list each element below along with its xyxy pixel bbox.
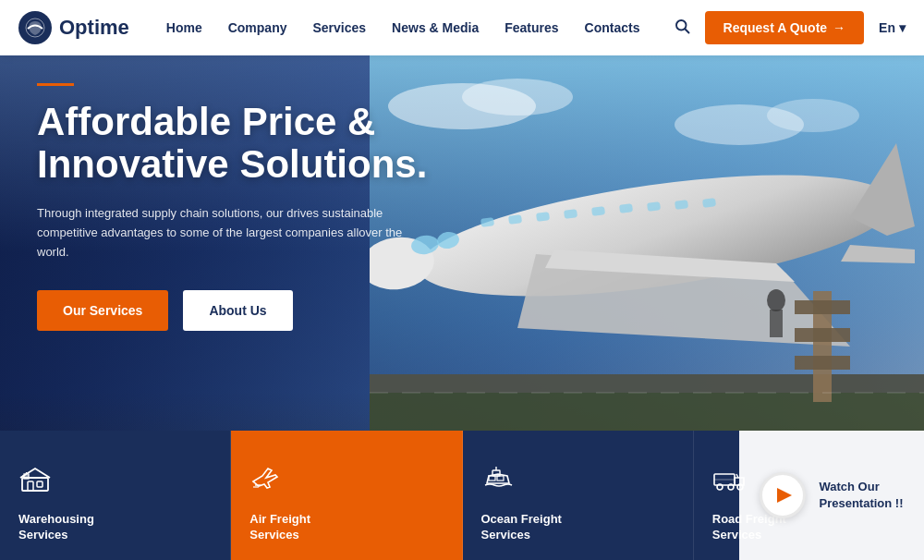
svg-rect-28 [795, 300, 850, 314]
watch-video-label: Watch OurPresentation !! [819, 479, 903, 512]
svg-rect-43 [489, 476, 495, 481]
hero-title: Affordable Price & Innovative Solutions. [37, 101, 462, 186]
svg-rect-29 [795, 328, 850, 342]
watch-video: Watch OurPresentation !! [739, 431, 924, 560]
language-selector[interactable]: En ▾ [879, 20, 906, 35]
logo-icon [18, 11, 52, 44]
svg-rect-36 [37, 481, 43, 487]
svg-line-2 [685, 29, 688, 32]
nav-company[interactable]: Company [228, 20, 287, 35]
nav-home[interactable]: Home [166, 20, 202, 35]
air-freight-icon [249, 461, 443, 501]
play-icon [777, 488, 792, 503]
logo[interactable]: Optime [18, 11, 129, 44]
warehousing-label: WarehousingServices [18, 512, 212, 543]
ocean-freight-icon [481, 461, 675, 501]
warehousing-icon [18, 461, 212, 501]
service-card-ocean-freight[interactable]: Ocean FreightServices [463, 431, 694, 560]
air-freight-label: Air FreightServices [249, 512, 443, 543]
navbar: Optime Home Company Services News & Medi… [0, 0, 924, 55]
nav-contacts[interactable]: Contacts [585, 20, 640, 35]
logo-text: Optime [59, 16, 129, 40]
hero-section: Affordable Price & Innovative Solutions.… [0, 0, 924, 560]
svg-rect-35 [28, 481, 33, 491]
chevron-down-icon: ▾ [899, 20, 906, 35]
nav-right: Request A Quote → En ▾ [674, 11, 906, 44]
play-button[interactable] [760, 472, 806, 518]
svg-rect-30 [795, 356, 850, 370]
svg-rect-44 [497, 476, 504, 481]
svg-rect-34 [22, 478, 48, 491]
svg-point-5 [462, 79, 573, 116]
request-quote-button[interactable]: Request A Quote → [705, 11, 865, 44]
search-icon[interactable] [674, 18, 690, 39]
hero-content: Affordable Price & Innovative Solutions.… [37, 83, 462, 331]
arrow-right-icon: → [833, 20, 845, 35]
nav-menu: Home Company Services News & Media Featu… [166, 19, 674, 36]
service-card-air-freight[interactable]: Air FreightServices [231, 431, 462, 560]
svg-rect-26 [370, 374, 924, 393]
svg-rect-32 [770, 310, 783, 337]
hero-subtitle: Through integrated supply chain solution… [37, 204, 425, 262]
hero-buttons: Our Services About Us [37, 290, 462, 331]
hero-divider [37, 83, 74, 86]
svg-point-31 [767, 289, 785, 311]
our-services-button[interactable]: Our Services [37, 290, 168, 331]
nav-services[interactable]: Services [313, 20, 367, 35]
nav-features[interactable]: Features [505, 20, 558, 35]
about-us-button[interactable]: About Us [183, 290, 292, 331]
svg-point-1 [676, 20, 687, 30]
svg-point-7 [767, 99, 859, 132]
service-card-warehousing[interactable]: WarehousingServices [0, 431, 231, 560]
nav-news-media[interactable]: News & Media [392, 20, 479, 35]
ocean-freight-label: Ocean FreightServices [481, 512, 675, 543]
